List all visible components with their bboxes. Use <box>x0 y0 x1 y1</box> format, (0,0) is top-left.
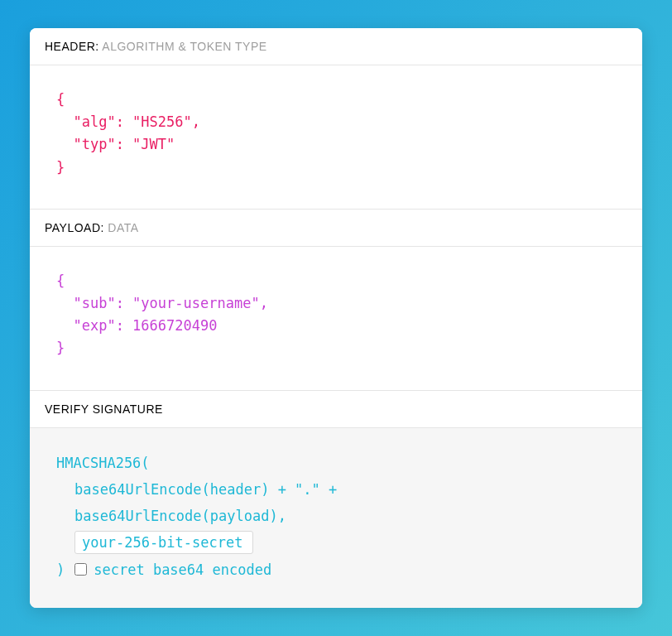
signature-block: HMACSHA256( base64UrlEncode(header) + ".… <box>30 428 642 608</box>
payload-subtitle-label: DATA <box>108 221 138 234</box>
secret-input[interactable] <box>74 531 253 554</box>
payload-code-block[interactable]: { "sub": "your-username", "exp": 1666720… <box>30 247 642 390</box>
secret-base64-label: secret base64 encoded <box>94 556 271 583</box>
header-subtitle-label: ALGORITHM & TOKEN TYPE <box>102 40 266 53</box>
payload-section-title: PAYLOAD: DATA <box>30 209 642 247</box>
header-title-label: HEADER: <box>45 40 99 53</box>
payload-title-label: PAYLOAD: <box>45 221 104 234</box>
secret-base64-checkbox[interactable] <box>74 563 87 576</box>
header-section-title: HEADER: ALGORITHM & TOKEN TYPE <box>30 28 642 65</box>
signature-line-3: base64UrlEncode(payload), <box>56 503 616 529</box>
signature-section-title: VERIFY SIGNATURE <box>30 390 642 428</box>
signature-line-2: base64UrlEncode(header) + "." + <box>56 476 616 503</box>
header-code-block[interactable]: { "alg": "HS256", "typ": "JWT" } <box>30 65 642 209</box>
signature-title-label: VERIFY SIGNATURE <box>45 402 163 416</box>
jwt-decoder-card: HEADER: ALGORITHM & TOKEN TYPE { "alg": … <box>30 28 642 608</box>
signature-close-paren: ) <box>56 556 65 583</box>
signature-line-1: HMACSHA256( <box>56 450 616 476</box>
